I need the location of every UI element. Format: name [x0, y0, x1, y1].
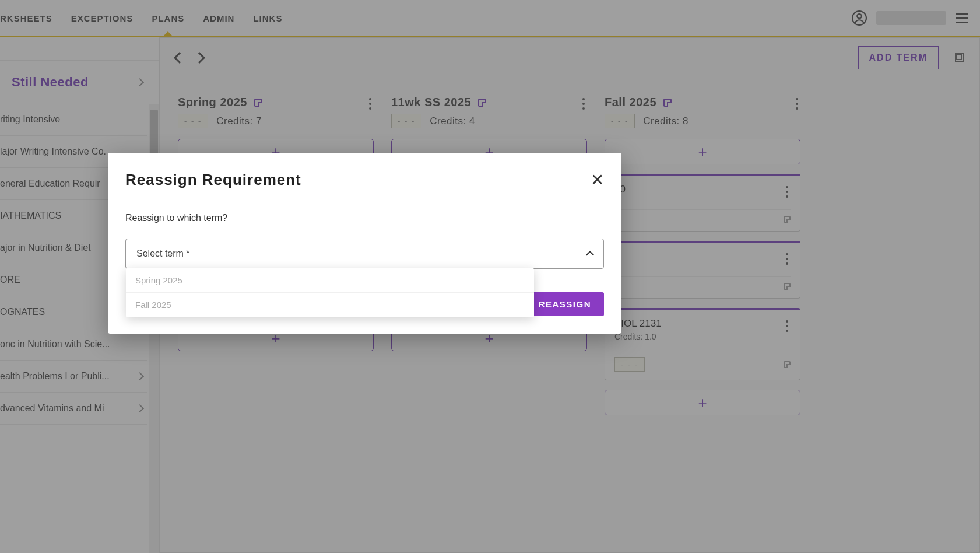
select-term-dropdown[interactable]: Select term * Spring 2025 Fall 2025	[125, 239, 604, 269]
select-placeholder: Select term *	[136, 249, 190, 259]
modal-prompt: Reassign to which term?	[125, 213, 604, 223]
close-icon[interactable]: ✕	[591, 170, 604, 190]
modal-header: Reassign Requirement ✕	[125, 170, 604, 190]
dropdown-option[interactable]: Fall 2025	[126, 293, 534, 317]
modal-title: Reassign Requirement	[125, 171, 301, 189]
dropdown-option[interactable]: Spring 2025	[126, 268, 534, 293]
reassign-modal: Reassign Requirement ✕ Reassign to which…	[108, 153, 621, 334]
reassign-button[interactable]: REASSIGN	[526, 292, 604, 316]
dropdown-menu: Spring 2025 Fall 2025	[126, 268, 534, 317]
chevron-up-icon	[586, 251, 594, 259]
